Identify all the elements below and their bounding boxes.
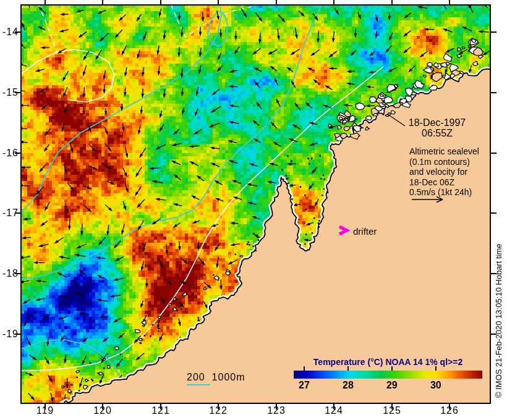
annotation-line: 0.5m/s (1kt 24h) <box>409 187 479 198</box>
y-axis-tick-label: -19 <box>0 329 19 340</box>
y-axis-tick-label: -14 <box>0 27 19 38</box>
isobath-legend-line <box>187 384 210 385</box>
x-axis-tick-label: 120 <box>89 405 116 416</box>
credit-text: © IMOS 21-Feb-2020 13:05:10 Hobart time <box>494 244 503 398</box>
colorbar-tick <box>391 366 393 371</box>
drifter-label: drifter <box>353 226 377 237</box>
colorbar-gradient <box>294 371 482 379</box>
drifter-annotation: drifter <box>338 225 350 237</box>
colorbar-tick <box>347 366 349 371</box>
colorbar-tick-label: 28 <box>334 380 362 391</box>
colorbar-tick <box>304 366 305 371</box>
x-axis-tick-label: 121 <box>147 405 174 416</box>
x-axis-tick-label: 126 <box>436 405 463 416</box>
x-axis-tick-label: 122 <box>205 405 232 416</box>
annotation-line: (0.1m contours) <box>409 157 479 167</box>
x-axis-tick-label: 124 <box>320 405 347 416</box>
colorbar-tick-label: 27 <box>291 380 318 391</box>
sst-map-figure: 119 120 121 122 123 124 125 126 -14 -15 … <box>0 0 507 420</box>
drifter-marker-icon <box>338 225 350 236</box>
date-line: 18-Dec-1997 <box>407 117 467 128</box>
colorbar-tick-label: 30 <box>422 380 449 391</box>
y-axis-tick-label: -18 <box>0 268 19 279</box>
x-axis-tick-label: 119 <box>32 405 59 416</box>
x-axis-tick-label: 125 <box>378 405 406 416</box>
x-axis-tick-label: 123 <box>263 405 290 416</box>
time-line: 06:55Z <box>407 128 467 138</box>
y-axis-tick-label: -16 <box>0 148 19 159</box>
colorbar-title: Temperature (°C) NOAA 14 1% ql>=2 <box>294 357 482 367</box>
altimetry-annotation: Altimetric sealevel (0.1m contours) and … <box>409 146 479 198</box>
y-axis-tick-label: -17 <box>0 208 19 219</box>
y-axis-tick-label: -15 <box>0 87 19 98</box>
isobath-legend-label: 200 1000m <box>187 372 245 383</box>
annotation-line: and velocity for <box>409 167 479 177</box>
date-annotation: 18-Dec-1997 06:55Z <box>407 117 467 138</box>
annotation-line: Altimetric sealevel <box>409 146 479 157</box>
annotation-line: 18-Dec 06Z <box>409 177 479 188</box>
colorbar-tick <box>435 366 437 371</box>
colorbar-tick-label: 29 <box>378 380 406 391</box>
